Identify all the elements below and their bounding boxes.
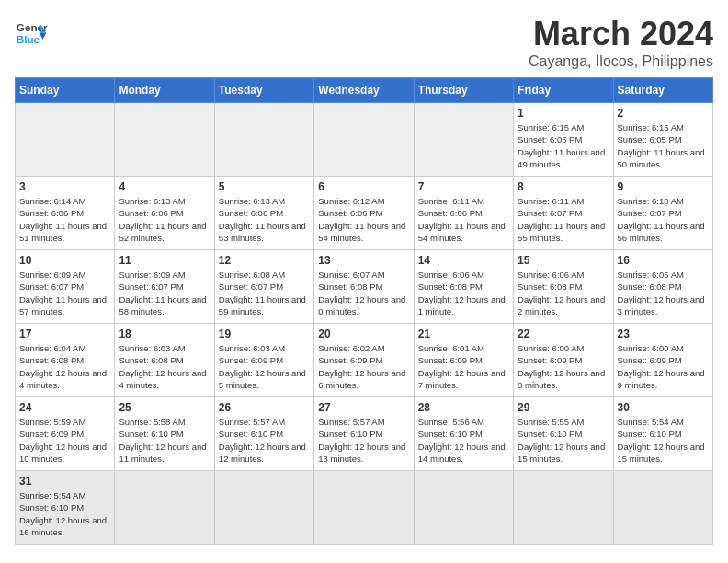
week-row-2: 10Sunrise: 6:09 AM Sunset: 6:07 PM Dayli… [16,250,713,324]
day-info: Sunrise: 6:14 AM Sunset: 6:06 PM Dayligh… [19,195,110,244]
calendar-cell: 13Sunrise: 6:07 AM Sunset: 6:08 PM Dayli… [314,250,414,324]
day-info: Sunrise: 6:15 AM Sunset: 6:05 PM Dayligh… [618,121,709,170]
day-info: Sunrise: 6:12 AM Sunset: 6:06 PM Dayligh… [318,195,409,244]
logo: General Blue [15,15,48,48]
day-number: 12 [219,254,310,267]
day-info: Sunrise: 5:54 AM Sunset: 6:10 PM Dayligh… [618,416,709,465]
day-number: 1 [518,107,609,120]
weekday-header-tuesday: Tuesday [214,78,313,103]
calendar-cell [16,103,115,177]
calendar-cell: 20Sunrise: 6:02 AM Sunset: 6:09 PM Dayli… [314,324,414,397]
day-number: 20 [318,327,409,340]
day-number: 9 [618,180,709,193]
day-number: 6 [318,180,409,193]
calendar-cell: 12Sunrise: 6:08 AM Sunset: 6:07 PM Dayli… [214,250,313,324]
week-row-5: 31Sunrise: 5:54 AM Sunset: 6:10 PM Dayli… [16,471,713,545]
week-row-4: 24Sunrise: 5:59 AM Sunset: 6:09 PM Dayli… [16,397,713,471]
day-info: Sunrise: 6:11 AM Sunset: 6:06 PM Dayligh… [418,195,509,244]
calendar-cell: 4Sunrise: 6:13 AM Sunset: 6:06 PM Daylig… [115,177,214,250]
calendar-cell: 23Sunrise: 6:00 AM Sunset: 6:09 PM Dayli… [613,324,712,397]
calendar-cell: 26Sunrise: 5:57 AM Sunset: 6:10 PM Dayli… [214,397,313,471]
day-info: Sunrise: 6:05 AM Sunset: 6:08 PM Dayligh… [618,269,709,317]
day-number: 24 [19,401,110,414]
day-number: 27 [318,401,409,414]
weekday-header-friday: Friday [514,78,613,103]
day-info: Sunrise: 6:06 AM Sunset: 6:08 PM Dayligh… [418,269,509,317]
calendar-cell [414,471,513,545]
calendar-cell [613,471,712,545]
calendar-cell [115,103,214,177]
day-number: 8 [518,180,609,193]
day-number: 17 [19,327,110,340]
day-number: 23 [618,327,709,340]
calendar-cell: 1Sunrise: 6:15 AM Sunset: 6:05 PM Daylig… [514,103,613,177]
calendar-cell: 15Sunrise: 6:06 AM Sunset: 6:08 PM Dayli… [514,250,613,324]
day-number: 16 [618,254,709,267]
calendar-cell: 5Sunrise: 6:13 AM Sunset: 6:06 PM Daylig… [214,177,313,250]
calendar-cell: 11Sunrise: 6:09 AM Sunset: 6:07 PM Dayli… [115,250,214,324]
day-number: 7 [418,180,509,193]
calendar-cell [115,471,214,545]
day-info: Sunrise: 6:04 AM Sunset: 6:08 PM Dayligh… [19,342,110,391]
calendar-cell: 2Sunrise: 6:15 AM Sunset: 6:05 PM Daylig… [613,103,712,177]
day-number: 30 [618,401,709,414]
calendar-cell: 9Sunrise: 6:10 AM Sunset: 6:07 PM Daylig… [613,177,712,250]
calendar-cell [214,471,313,545]
header: General Blue March 2024 Cayanga, Ilocos,… [15,15,713,70]
svg-marker-3 [40,33,46,40]
calendar-cell: 17Sunrise: 6:04 AM Sunset: 6:08 PM Dayli… [16,324,115,397]
day-number: 19 [219,327,310,340]
day-number: 13 [318,254,409,267]
day-info: Sunrise: 5:55 AM Sunset: 6:10 PM Dayligh… [518,416,609,465]
day-number: 28 [418,401,509,414]
calendar-cell [214,103,313,177]
calendar-cell: 30Sunrise: 5:54 AM Sunset: 6:10 PM Dayli… [613,397,712,471]
day-info: Sunrise: 6:11 AM Sunset: 6:07 PM Dayligh… [518,195,609,244]
day-number: 26 [219,401,310,414]
day-number: 18 [119,327,210,340]
day-number: 5 [219,180,310,193]
calendar-cell [514,471,613,545]
weekday-header-monday: Monday [115,78,214,103]
title-area: March 2024 Cayanga, Ilocos, Philippines [529,15,713,70]
calendar-title: March 2024 [529,15,713,53]
day-number: 21 [418,327,509,340]
weekday-header-row: SundayMondayTuesdayWednesdayThursdayFrid… [16,78,713,103]
day-info: Sunrise: 6:07 AM Sunset: 6:08 PM Dayligh… [318,269,409,317]
day-info: Sunrise: 6:00 AM Sunset: 6:09 PM Dayligh… [518,342,609,391]
calendar-cell: 18Sunrise: 6:03 AM Sunset: 6:08 PM Dayli… [115,324,214,397]
day-number: 3 [19,180,110,193]
day-info: Sunrise: 5:54 AM Sunset: 6:10 PM Dayligh… [19,489,110,538]
calendar-cell [314,471,414,545]
calendar-cell: 14Sunrise: 6:06 AM Sunset: 6:08 PM Dayli… [414,250,513,324]
day-info: Sunrise: 6:13 AM Sunset: 6:06 PM Dayligh… [119,195,210,244]
day-info: Sunrise: 6:13 AM Sunset: 6:06 PM Dayligh… [219,195,310,244]
calendar-cell: 24Sunrise: 5:59 AM Sunset: 6:09 PM Dayli… [16,397,115,471]
calendar-subtitle: Cayanga, Ilocos, Philippines [529,53,713,70]
day-number: 29 [518,401,609,414]
calendar-cell: 29Sunrise: 5:55 AM Sunset: 6:10 PM Dayli… [514,397,613,471]
weekday-header-saturday: Saturday [613,78,712,103]
day-info: Sunrise: 6:03 AM Sunset: 6:09 PM Dayligh… [219,342,310,391]
calendar-cell: 19Sunrise: 6:03 AM Sunset: 6:09 PM Dayli… [214,324,313,397]
calendar-cell: 8Sunrise: 6:11 AM Sunset: 6:07 PM Daylig… [514,177,613,250]
calendar-table: SundayMondayTuesdayWednesdayThursdayFrid… [15,77,713,545]
calendar-cell [414,103,513,177]
weekday-header-thursday: Thursday [414,78,513,103]
day-number: 2 [618,107,709,120]
day-number: 31 [19,475,110,488]
calendar-cell [314,103,414,177]
day-info: Sunrise: 5:57 AM Sunset: 6:10 PM Dayligh… [219,416,310,465]
day-number: 4 [119,180,210,193]
day-number: 10 [19,254,110,267]
calendar-cell: 25Sunrise: 5:58 AM Sunset: 6:10 PM Dayli… [115,397,214,471]
calendar-cell: 27Sunrise: 5:57 AM Sunset: 6:10 PM Dayli… [314,397,414,471]
day-number: 22 [518,327,609,340]
day-info: Sunrise: 6:03 AM Sunset: 6:08 PM Dayligh… [119,342,210,391]
calendar-cell: 6Sunrise: 6:12 AM Sunset: 6:06 PM Daylig… [314,177,414,250]
day-info: Sunrise: 5:57 AM Sunset: 6:10 PM Dayligh… [318,416,409,465]
day-info: Sunrise: 6:15 AM Sunset: 6:05 PM Dayligh… [518,121,609,170]
calendar-cell: 3Sunrise: 6:14 AM Sunset: 6:06 PM Daylig… [16,177,115,250]
day-info: Sunrise: 5:56 AM Sunset: 6:10 PM Dayligh… [418,416,509,465]
day-info: Sunrise: 6:06 AM Sunset: 6:08 PM Dayligh… [518,269,609,317]
